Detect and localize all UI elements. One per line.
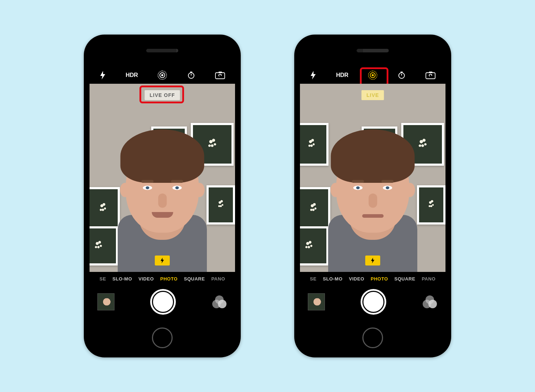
flash-on-indicator xyxy=(365,256,380,265)
timer-icon[interactable] xyxy=(187,71,195,79)
mode-timelapse-partial[interactable]: SE xyxy=(100,276,106,282)
svg-rect-1 xyxy=(215,73,225,79)
camera-app-screen-left: HDR xyxy=(90,67,235,318)
mode-timelapse-partial[interactable]: SE xyxy=(310,276,316,282)
shutter-button[interactable] xyxy=(361,289,386,315)
phone-speaker xyxy=(357,49,389,52)
filters-icon[interactable] xyxy=(422,294,438,310)
mode-pano[interactable]: PANO xyxy=(422,276,435,282)
mode-square[interactable]: SQUARE xyxy=(184,276,205,282)
selfie-subject xyxy=(90,84,235,272)
filters-icon[interactable] xyxy=(212,294,227,310)
flash-icon[interactable] xyxy=(310,71,316,79)
shutter-button[interactable] xyxy=(150,289,176,315)
timer-icon[interactable] xyxy=(397,71,406,79)
mode-slomo[interactable]: SLO-MO xyxy=(323,276,342,282)
camera-mode-strip[interactable]: SE SLO-MO VIDEO PHOTO SQUARE PANO xyxy=(300,272,445,285)
camera-viewfinder[interactable]: LIVE OFF xyxy=(90,84,235,272)
switch-camera-icon[interactable] xyxy=(426,71,435,79)
mode-photo[interactable]: PHOTO xyxy=(160,276,178,282)
camera-mode-strip[interactable]: SE SLO-MO VIDEO PHOTO SQUARE PANO xyxy=(90,272,235,285)
mode-slomo[interactable]: SLO-MO xyxy=(112,276,132,282)
flash-on-indicator xyxy=(155,256,170,265)
hdr-button[interactable]: HDR xyxy=(336,72,348,78)
phone-left: HDR xyxy=(84,35,241,357)
live-photo-icon[interactable] xyxy=(158,71,167,80)
hdr-button[interactable]: HDR xyxy=(126,72,138,78)
live-status-label: LIVE xyxy=(361,90,384,100)
home-button[interactable] xyxy=(152,327,173,348)
camera-app-screen-right: HDR xyxy=(300,67,445,318)
flash-icon[interactable] xyxy=(100,71,106,79)
live-photo-icon[interactable] xyxy=(368,71,377,80)
mode-pano[interactable]: PANO xyxy=(211,276,225,282)
camera-bottom-controls xyxy=(300,285,445,318)
camera-topbar: HDR xyxy=(300,67,445,84)
svg-rect-3 xyxy=(426,73,435,79)
selfie-subject xyxy=(300,84,445,272)
phone-speaker xyxy=(146,49,178,52)
live-status-label: LIVE OFF xyxy=(145,90,180,100)
home-button[interactable] xyxy=(362,327,383,348)
camera-bottom-controls xyxy=(90,285,235,318)
phone-right: HDR xyxy=(294,35,451,357)
mode-video[interactable]: VIDEO xyxy=(138,276,154,282)
camera-topbar: HDR xyxy=(90,67,235,84)
mode-photo[interactable]: PHOTO xyxy=(371,276,388,282)
last-photo-thumbnail[interactable] xyxy=(97,293,114,310)
mode-video[interactable]: VIDEO xyxy=(349,276,364,282)
switch-camera-icon[interactable] xyxy=(215,71,225,79)
camera-viewfinder[interactable]: LIVE xyxy=(300,84,445,272)
last-photo-thumbnail[interactable] xyxy=(308,293,325,310)
mode-square[interactable]: SQUARE xyxy=(394,276,416,282)
